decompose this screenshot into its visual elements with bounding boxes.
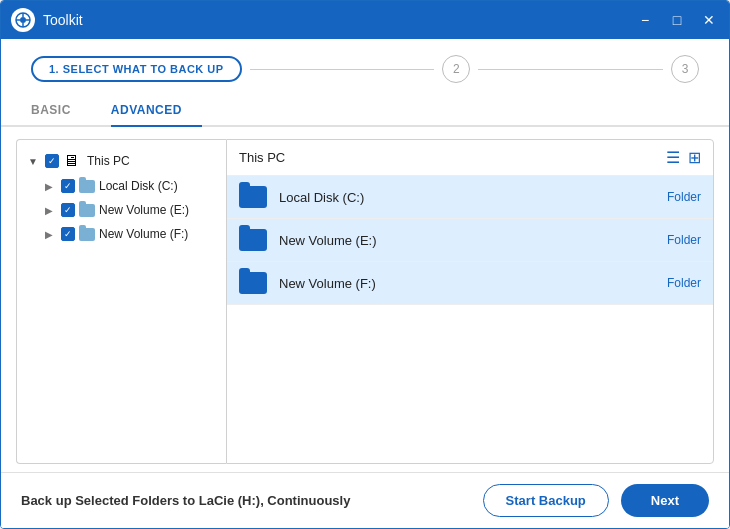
tab-bar: BASIC ADVANCED (1, 95, 729, 127)
step-3-circle[interactable]: 3 (671, 55, 699, 83)
step-line-2 (478, 69, 663, 70)
minimize-button[interactable]: − (635, 10, 655, 30)
footer-info: Back up Selected Folders to LaCie (H:), … (21, 493, 350, 508)
close-button[interactable]: ✕ (699, 10, 719, 30)
root-checkbox[interactable]: ✓ (45, 154, 59, 168)
file-name-2: New Volume (F:) (279, 276, 667, 291)
list-view-icon[interactable]: ☰ (666, 148, 680, 167)
child-1-label: New Volume (E:) (99, 203, 189, 217)
tree-root-item[interactable]: ▼ ✓ 🖥 This PC (21, 148, 222, 174)
wizard-steps: 1. SELECT WHAT TO BACK UP 2 3 (1, 39, 729, 95)
footer-suffix: , Continuously (260, 493, 350, 508)
footer-buttons: Start Backup Next (483, 484, 709, 517)
footer-prefix: Back up (21, 493, 75, 508)
content-area: 1. SELECT WHAT TO BACK UP 2 3 BASIC ADVA… (1, 39, 729, 528)
footer-bold1: Selected Folders (75, 493, 179, 508)
view-toggle: ☰ ⊞ (666, 148, 701, 167)
footer-middle: to (179, 493, 199, 508)
folder-icon-2 (239, 272, 267, 294)
file-row-2[interactable]: New Volume (F:) Folder (227, 262, 713, 305)
file-panel: This PC ☰ ⊞ Local Disk (C:) Folder New V… (226, 139, 714, 464)
child-2-checkbox[interactable]: ✓ (61, 227, 75, 241)
main-panel: ▼ ✓ 🖥 This PC ▶ ✓ (1, 139, 729, 464)
footer: Back up Selected Folders to LaCie (H:), … (1, 472, 729, 528)
app-window: Toolkit − □ ✕ 1. SELECT WHAT TO BACK UP … (0, 0, 730, 529)
child-2-arrow[interactable]: ▶ (41, 226, 57, 242)
file-list: Local Disk (C:) Folder New Volume (E:) F… (227, 176, 713, 463)
file-type-2: Folder (667, 276, 701, 290)
file-type-0: Folder (667, 190, 701, 204)
folder-icon-0 (239, 186, 267, 208)
tree-child-2[interactable]: ▶ ✓ New Volume (F:) (37, 222, 222, 246)
file-panel-header: This PC ☰ ⊞ (227, 140, 713, 176)
tab-basic[interactable]: BASIC (31, 95, 91, 127)
root-check-mark: ✓ (48, 157, 56, 166)
child-1-arrow[interactable]: ▶ (41, 202, 57, 218)
window-controls: − □ ✕ (635, 10, 719, 30)
pc-icon: 🖥 (63, 152, 79, 170)
child-1-check: ✓ (64, 206, 72, 215)
file-name-0: Local Disk (C:) (279, 190, 667, 205)
footer-bold2: LaCie (H:) (199, 493, 260, 508)
step-2-circle[interactable]: 2 (442, 55, 470, 83)
root-expand-arrow[interactable]: ▼ (25, 153, 41, 169)
child-0-checkbox[interactable]: ✓ (61, 179, 75, 193)
step-1-pill[interactable]: 1. SELECT WHAT TO BACK UP (31, 56, 242, 82)
child-0-arrow[interactable]: ▶ (41, 178, 57, 194)
titlebar: Toolkit − □ ✕ (1, 1, 729, 39)
next-button[interactable]: Next (621, 484, 709, 517)
tree-panel: ▼ ✓ 🖥 This PC ▶ ✓ (16, 139, 226, 464)
tree-children: ▶ ✓ Local Disk (C:) ▶ ✓ N (37, 174, 222, 246)
child-0-label: Local Disk (C:) (99, 179, 178, 193)
file-row-0[interactable]: Local Disk (C:) Folder (227, 176, 713, 219)
file-panel-title: This PC (239, 150, 285, 165)
file-name-1: New Volume (E:) (279, 233, 667, 248)
child-2-label: New Volume (F:) (99, 227, 188, 241)
app-title: Toolkit (43, 12, 635, 28)
child-2-folder-icon (79, 228, 95, 241)
child-0-folder-icon (79, 180, 95, 193)
child-2-check: ✓ (64, 230, 72, 239)
file-type-1: Folder (667, 233, 701, 247)
step-line-1 (250, 69, 435, 70)
maximize-button[interactable]: □ (667, 10, 687, 30)
tree-child-1[interactable]: ▶ ✓ New Volume (E:) (37, 198, 222, 222)
file-row-1[interactable]: New Volume (E:) Folder (227, 219, 713, 262)
grid-view-icon[interactable]: ⊞ (688, 148, 701, 167)
logo-icon (15, 12, 31, 28)
tree-root-label: This PC (87, 154, 130, 168)
app-logo (11, 8, 35, 32)
child-0-check: ✓ (64, 182, 72, 191)
child-1-folder-icon (79, 204, 95, 217)
folder-icon-1 (239, 229, 267, 251)
tab-advanced[interactable]: ADVANCED (111, 95, 202, 127)
tree-child-0[interactable]: ▶ ✓ Local Disk (C:) (37, 174, 222, 198)
svg-point-1 (20, 17, 26, 23)
start-backup-button[interactable]: Start Backup (483, 484, 609, 517)
child-1-checkbox[interactable]: ✓ (61, 203, 75, 217)
